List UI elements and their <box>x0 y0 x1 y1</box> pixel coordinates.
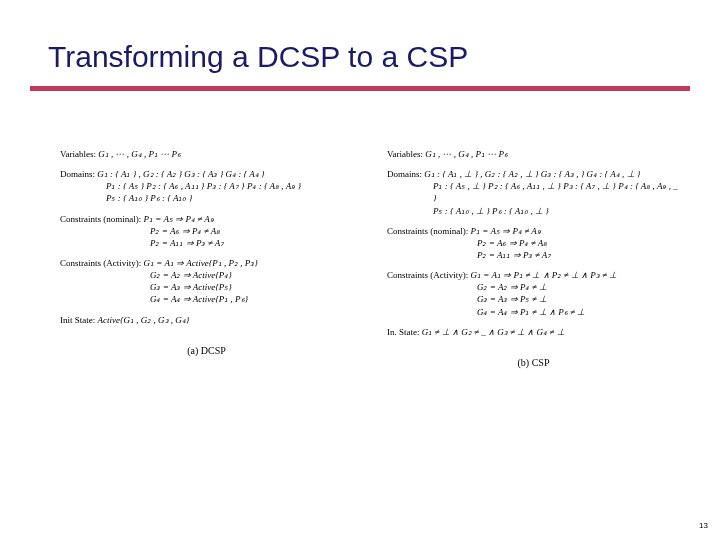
csp-domains-line2: P₁ : { A₅ , ⊥ } P₂ : { A₆ , A₁₁ , ⊥ } P₃… <box>387 180 680 204</box>
label-constraints-nominal: Constraints (nominal): <box>387 226 468 236</box>
csp-ca-line2: G₂ = A₂ ⇒ P₄ ≠ ⊥ <box>387 281 680 293</box>
dcsp-caption: (a) DCSP <box>60 344 353 358</box>
csp-ca-line1: G₁ = A₁ ⇒ P₁ ≠ ⊥ ∧ P₂ ≠ ⊥ ∧ P₃ ≠ ⊥ <box>471 270 618 280</box>
csp-variables-value: G₁ , ⋯ , G₄ , P₁ ⋯ P₆ <box>425 149 508 159</box>
label-constraints-activity: Constraints (Activity): <box>387 270 468 280</box>
column-csp: Variables: G₁ , ⋯ , G₄ , P₁ ⋯ P₆ Domains… <box>387 148 680 369</box>
label-constraints-nominal: Constraints (nominal): <box>60 214 141 224</box>
label-domains: Domains: <box>60 169 95 179</box>
csp-cn-line1: P₁ = A₅ ⇒ P₄ ≠ A₉ <box>471 226 541 236</box>
dcsp-ca-line4: G₄ = A₄ ⇒ Active{P₁ , P₆} <box>60 293 353 305</box>
csp-variables: Variables: G₁ , ⋯ , G₄ , P₁ ⋯ P₆ <box>387 148 680 160</box>
csp-constraints-nominal: Constraints (nominal): P₁ = A₅ ⇒ P₄ ≠ A₉… <box>387 225 680 261</box>
csp-cn-line2: P₂ = A₆ ⇒ P₄ ≠ A₈ <box>387 237 680 249</box>
slide: Transforming a DCSP to a CSP Variables: … <box>0 0 720 540</box>
csp-ca-line3: G₃ = A₃ ⇒ P₅ ≠ ⊥ <box>387 293 680 305</box>
dcsp-ca-line2: G₂ = A₂ ⇒ Active{P₄} <box>60 269 353 281</box>
dcsp-domains-line1: G₁ : { A₁ } , G₂ : { A₂ } G₃ : { A₃ } G₄… <box>97 169 264 179</box>
csp-init-state-value: G₁ ≠ ⊥ ∧ G₂ ≠ _ ∧ G₃ ≠ ⊥ ∧ G₄ ≠ ⊥ <box>422 327 565 337</box>
csp-domains: Domains: G₁ : { A₁ , ⊥ } , G₂ : { A₂ , ⊥… <box>387 168 680 217</box>
label-init-state: In. State: <box>387 327 420 337</box>
csp-domains-line3: P₅ : { A₁₀ , ⊥ } P₆ : { A₁₀ , ⊥ } <box>387 205 680 217</box>
dcsp-ca-line1: G₁ = A₁ ⇒ Active{P₁ , P₂ , P₃} <box>144 258 258 268</box>
dcsp-domains-line3: P₅ : { A₁₀ } P₆ : { A₁₀ } <box>60 192 353 204</box>
slide-title: Transforming a DCSP to a CSP <box>48 40 468 74</box>
csp-domains-line1: G₁ : { A₁ , ⊥ } , G₂ : { A₂ , ⊥ } G₃ : {… <box>424 169 640 179</box>
dcsp-cn-line3: P₂ = A₁₁ ⇒ P₃ ≠ A₇ <box>60 237 353 249</box>
column-dcsp: Variables: G₁ , ⋯ , G₄ , P₁ ⋯ P₆ Domains… <box>60 148 353 369</box>
csp-cn-line3: P₂ = A₁₁ ⇒ P₃ ≠ A₇ <box>387 249 680 261</box>
title-underline <box>30 86 690 91</box>
dcsp-constraints-nominal: Constraints (nominal): P₁ = A₅ ⇒ P₄ ≠ A₉… <box>60 213 353 249</box>
page-number: 13 <box>699 521 708 530</box>
csp-init-state: In. State: G₁ ≠ ⊥ ∧ G₂ ≠ _ ∧ G₃ ≠ ⊥ ∧ G₄… <box>387 326 680 338</box>
dcsp-variables-value: G₁ , ⋯ , G₄ , P₁ ⋯ P₆ <box>98 149 181 159</box>
label-variables: Variables: <box>387 149 423 159</box>
label-constraints-activity: Constraints (Activity): <box>60 258 141 268</box>
dcsp-constraints-activity: Constraints (Activity): G₁ = A₁ ⇒ Active… <box>60 257 353 306</box>
csp-constraints-activity: Constraints (Activity): G₁ = A₁ ⇒ P₁ ≠ ⊥… <box>387 269 680 318</box>
dcsp-init-state-value: Active{G₁ , G₂ , G₃ , G₄} <box>98 315 190 325</box>
dcsp-domains-line2: P₁ : { A₅ } P₂ : { A₆ , A₁₁ } P₃ : { A₇ … <box>60 180 353 192</box>
content-columns: Variables: G₁ , ⋯ , G₄ , P₁ ⋯ P₆ Domains… <box>60 148 680 369</box>
dcsp-cn-line2: P₂ = A₆ ⇒ P₄ ≠ A₈ <box>60 225 353 237</box>
dcsp-init-state: Init State: Active{G₁ , G₂ , G₃ , G₄} <box>60 314 353 326</box>
dcsp-cn-line1: P₁ = A₅ ⇒ P₄ ≠ A₉ <box>144 214 214 224</box>
label-domains: Domains: <box>387 169 422 179</box>
dcsp-variables: Variables: G₁ , ⋯ , G₄ , P₁ ⋯ P₆ <box>60 148 353 160</box>
label-init-state: Init State: <box>60 315 95 325</box>
dcsp-domains: Domains: G₁ : { A₁ } , G₂ : { A₂ } G₃ : … <box>60 168 353 204</box>
csp-caption: (b) CSP <box>387 356 680 370</box>
label-variables: Variables: <box>60 149 96 159</box>
dcsp-ca-line3: G₃ = A₃ ⇒ Active{P₅} <box>60 281 353 293</box>
csp-ca-line4: G₄ = A₄ ⇒ P₁ ≠ ⊥ ∧ P₆ ≠ ⊥ <box>387 306 680 318</box>
